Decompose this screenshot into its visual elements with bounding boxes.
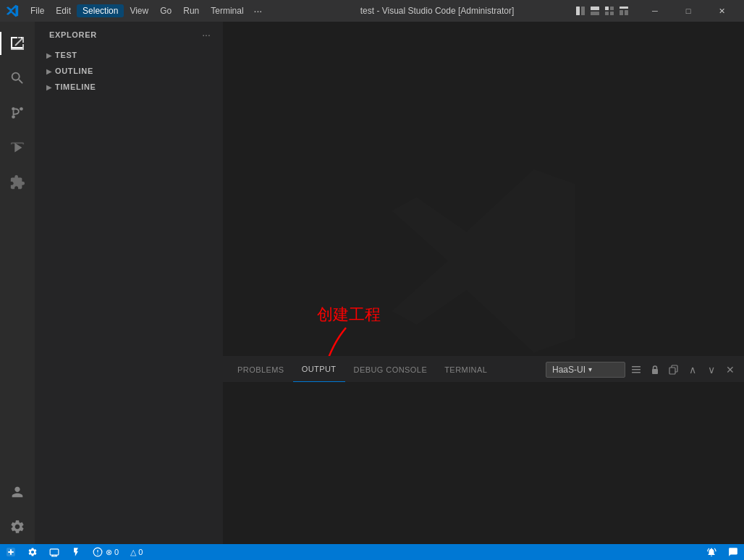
activity-extensions[interactable] (0, 165, 35, 200)
sidebar: EXPLORER ··· ▶ TEST ▶ OUTLINE ▶ TIMELINE (35, 22, 223, 544)
menu-more[interactable]: ··· (250, 4, 267, 18)
panel-list-button[interactable] (628, 362, 644, 378)
svg-point-16 (12, 115, 15, 119)
titlebar: File Edit Selection View Go Run Terminal… (0, 0, 744, 22)
svg-rect-13 (11, 47, 22, 48)
panel-maximize-button[interactable]: ∨ (703, 362, 719, 378)
search-icon (9, 69, 26, 87)
sidebar-item-label-test: TEST (55, 51, 77, 59)
svg-rect-10 (625, 10, 628, 15)
menu-go[interactable]: Go (154, 4, 177, 17)
tab-debug-console[interactable]: DEBUG CONSOLE (345, 357, 436, 382)
svg-rect-21 (632, 366, 641, 368)
layout-btn-4[interactable] (618, 5, 630, 17)
sidebar-title: EXPLORER (49, 30, 97, 39)
layout-btn-1[interactable] (575, 5, 586, 17)
svg-rect-12 (11, 37, 12, 48)
activity-bar (0, 22, 35, 544)
menu-edit[interactable]: Edit (50, 4, 77, 17)
extensions-icon (9, 174, 26, 191)
menu-view[interactable]: View (124, 4, 154, 17)
chevron-right-icon: ▶ (43, 51, 55, 59)
account-icon (9, 483, 26, 501)
sidebar-more-button[interactable]: ··· (198, 27, 214, 43)
svg-rect-6 (605, 12, 609, 15)
panel-close-button[interactable]: ✕ (722, 362, 738, 378)
tab-problems[interactable]: PROBLEMS (229, 357, 293, 382)
sidebar-actions: ··· (198, 27, 214, 43)
maximize-button[interactable]: □ (672, 0, 705, 22)
panel-lock-button[interactable] (647, 362, 663, 378)
svg-rect-4 (605, 7, 609, 10)
status-notifications-button[interactable] (701, 544, 722, 560)
minimize-button[interactable]: ─ (638, 0, 672, 22)
titlebar-menus: File Edit Selection View Go Run Terminal… (25, 4, 300, 18)
layout-controls (575, 5, 630, 17)
svg-rect-0 (576, 7, 580, 15)
status-bar-left: ⊗ 0 △ 0 (0, 544, 148, 560)
sidebar-item-outline[interactable]: ▶ OUTLINE (35, 63, 223, 79)
activity-search[interactable] (0, 61, 35, 96)
svg-rect-1 (581, 7, 585, 15)
svg-rect-7 (610, 12, 614, 15)
editor-area: 创建工程 PROBLEMS OUTPUT DEBUG CONSOLE TERMI… (223, 22, 744, 544)
status-feedback-button[interactable] (722, 544, 744, 560)
panel-dropdown[interactable]: HaaS-UI ▾ (546, 362, 625, 378)
explorer-icon (9, 35, 26, 52)
vscode-logo-icon (6, 4, 19, 17)
menu-terminal[interactable]: Terminal (205, 4, 249, 17)
panel: PROBLEMS OUTPUT DEBUG CONSOLE TERMINAL H… (223, 356, 744, 544)
status-bar-right (701, 544, 744, 560)
settings-icon (9, 518, 26, 535)
svg-rect-26 (669, 368, 675, 374)
svg-rect-23 (632, 372, 641, 373)
status-bar: ⊗ 0 △ 0 (0, 544, 744, 560)
menu-selection[interactable]: Selection (77, 4, 124, 17)
activity-explorer[interactable] (0, 26, 35, 61)
status-warnings[interactable]: △ 0 (124, 544, 148, 560)
tab-output[interactable]: OUTPUT (293, 357, 345, 382)
annotation-container: 创建工程 (317, 304, 381, 326)
chevron-down-icon: ▾ (588, 365, 592, 373)
panel-actions: HaaS-UI ▾ (546, 362, 738, 378)
chevron-right-icon-timeline: ▶ (43, 83, 55, 91)
svg-rect-29 (8, 551, 14, 553)
tab-terminal[interactable]: TERMINAL (436, 357, 496, 382)
svg-rect-14 (21, 37, 22, 38)
git-icon (9, 104, 26, 122)
panel-tabs: PROBLEMS OUTPUT DEBUG CONSOLE TERMINAL H… (223, 357, 744, 382)
activity-run[interactable] (0, 130, 35, 165)
panel-dropdown-value: HaaS-UI (552, 365, 586, 375)
svg-rect-9 (620, 10, 623, 15)
window-title: test - Visual Studio Code [Administrator… (300, 6, 575, 16)
close-button[interactable]: ✕ (705, 0, 738, 22)
svg-point-36 (97, 553, 98, 554)
status-flash-button[interactable] (65, 544, 87, 560)
layout-btn-2[interactable] (589, 5, 601, 17)
window-controls: ─ □ ✕ (638, 0, 738, 22)
status-error-count: ⊗ 0 (106, 548, 119, 557)
main-container: EXPLORER ··· ▶ TEST ▶ OUTLINE ▶ TIMELINE (0, 22, 744, 544)
sidebar-item-test[interactable]: ▶ TEST (35, 47, 223, 63)
status-settings-button[interactable] (22, 544, 43, 560)
activity-account[interactable] (0, 475, 35, 509)
layout-btn-3[interactable] (604, 5, 615, 17)
panel-collapse-button[interactable]: ∧ (685, 362, 701, 378)
menu-file[interactable]: File (25, 4, 50, 17)
svg-point-15 (12, 107, 15, 111)
chevron-right-icon-outline: ▶ (43, 67, 55, 75)
sidebar-item-timeline[interactable]: ▶ TIMELINE (35, 79, 223, 95)
status-remote-button[interactable] (0, 544, 22, 560)
sidebar-item-label-timeline: TIMELINE (55, 82, 96, 91)
svg-rect-5 (610, 7, 614, 10)
activity-source-control[interactable] (0, 96, 35, 130)
tree-section: ▶ TEST ▶ OUTLINE ▶ TIMELINE (35, 47, 223, 95)
panel-copy-button[interactable] (666, 362, 682, 378)
menu-run[interactable]: Run (177, 4, 205, 17)
svg-rect-3 (591, 12, 599, 15)
panel-content[interactable] (223, 382, 744, 544)
activity-settings[interactable] (0, 509, 35, 544)
vscode-watermark (382, 160, 585, 365)
status-errors[interactable]: ⊗ 0 (87, 544, 124, 560)
status-device-button[interactable] (43, 544, 65, 560)
